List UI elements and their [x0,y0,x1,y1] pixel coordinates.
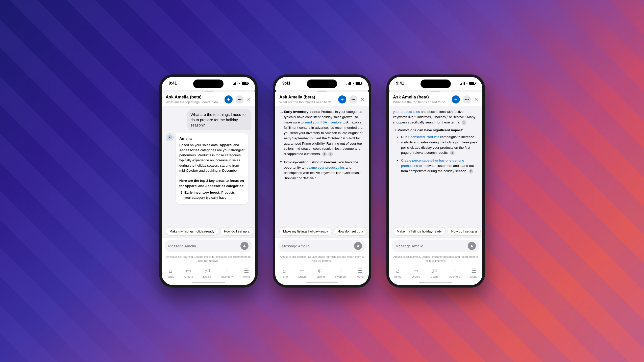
more-button-3[interactable]: ••• [463,95,471,104]
nav-home-label-1: Home [167,275,174,278]
amelia-response-1: + Amelia Based on your sales data, Appar… [166,133,251,204]
header-subtitle-3: What are the top things I need to do... [393,100,448,104]
dynamic-island-2 [307,80,337,88]
battery-icon-1 [242,82,248,85]
dynamic-island-1 [193,80,224,88]
dynamic-island-3 [420,80,451,88]
amelia-text-1: Based on your sales data, Apparel and Ac… [179,143,245,200]
wifi-icon-3: ▾ [466,82,468,85]
nav-orders-1[interactable]: ▭ Orders [184,268,193,278]
nav-inventory-3[interactable]: ≡ Inventory [449,268,460,278]
nav-orders-2[interactable]: ▭ Orders [298,268,307,278]
quick-reply-setup-1[interactable]: How do I set up a [220,227,253,236]
citation-1-p2: 1 [322,152,327,157]
phone-2: 9:41 ▾ Ask Amelia (beta) W [273,74,371,288]
revamp-titles-link[interactable]: revamp your product titles [306,166,345,169]
product-titles-link-3[interactable]: your product titles [393,110,420,114]
chat-area-1: What are the top things I need to do to … [162,106,255,225]
header-subtitle-2: What are the top things I need to do... [279,100,334,104]
nav-inventory-2[interactable]: ≡ Inventory [335,268,346,278]
nav-inventory-1[interactable]: ≡ Inventory [221,268,233,278]
nav-orders-label-2: Orders [298,275,307,278]
message-input-3[interactable] [395,244,466,248]
inventory-icon-3: ≡ [453,268,456,274]
message-input-area-1 [162,238,255,254]
quick-reply-holiday-2[interactable]: Make my listings holiday-ready [279,227,332,236]
inventory-icon-1: ≡ [226,268,229,274]
fba-inventory-link[interactable]: send your FBA inventory [305,120,342,124]
quick-reply-holiday-1[interactable]: Make my listings holiday-ready [166,227,218,236]
app-header-1: Ask Amelia (beta) What are the top thing… [162,92,255,106]
more-button-2[interactable]: ••• [349,95,357,104]
disclaimer-3: Amelia is still learning. Double-check f… [389,254,482,265]
close-button-1[interactable]: ✕ [247,96,251,102]
app-header-2: Ask Amelia (beta) What are the top thing… [275,92,369,106]
status-bar-1: 9:41 ▾ [162,77,255,90]
header-title-2: Ask Amelia (beta) [279,95,334,100]
nav-orders-3[interactable]: ▭ Orders [412,268,420,278]
phone-3: 9:41 ▾ Ask Amelia (beta) W [386,74,485,288]
listing-icon-1: 🏷 [204,268,210,274]
status-icons-3: ▾ [460,82,475,85]
home-indicator-1 [192,282,225,283]
nav-listing-label-1: Listing [203,275,211,278]
add-button-1[interactable]: + [225,95,233,104]
nav-listing-3[interactable]: 🏷 Listing [430,268,438,278]
nav-listing-label-2: Listing [317,275,325,278]
promotions-link[interactable]: Create percentage-off or buy-one-get-one… [401,159,464,168]
send-button-3[interactable] [468,242,476,250]
quick-reply-holiday-3[interactable]: Make my listings holiday-ready [393,227,445,236]
nav-menu-3[interactable]: ☰ Menu [470,268,477,278]
status-time-3: 9:41 [396,81,404,86]
battery-icon-2 [356,82,362,85]
nav-listing-1[interactable]: 🏷 Listing [203,268,211,278]
svg-text:+: + [169,136,170,139]
chat-area-3: your product titles and descriptions wit… [389,106,482,225]
nav-listing-label-3: Listing [430,275,438,278]
header-title-1: Ask Amelia (beta) [166,95,221,100]
citation-2-p3a: 2 [450,151,455,155]
close-button-2[interactable]: ✕ [360,96,365,102]
status-time-1: 9:41 [169,81,177,86]
listing-icon-2: 🏷 [318,268,324,274]
message-input-1[interactable] [168,244,238,248]
wifi-icon-2: ▾ [353,82,354,85]
nav-home-1[interactable]: ⌂ Home [167,268,174,278]
citation-2-p2: 2 [328,152,333,157]
send-button-1[interactable] [240,242,249,250]
amelia-bubble-1: Amelia Based on your sales data, Apparel… [176,133,248,204]
nav-listing-2[interactable]: 🏷 Listing [317,268,325,278]
close-button-3[interactable]: ✕ [474,96,478,102]
wifi-icon-1: ▾ [239,82,240,85]
add-button-3[interactable]: + [452,95,460,104]
nav-home-label-2: Home [280,275,288,278]
nav-orders-label-1: Orders [184,275,193,278]
menu-icon-2: ☰ [358,268,363,274]
signal-icon-1 [233,82,237,85]
more-button-1[interactable]: ••• [236,95,244,104]
status-icons-2: ▾ [346,82,362,85]
quick-reply-setup-2[interactable]: How do I set up a [334,227,367,236]
orders-icon-3: ▭ [413,268,418,274]
battery-icon-3 [469,82,475,85]
nav-home-2[interactable]: ⌂ Home [280,268,288,278]
disclaimer-1: Amelia is still learning. Double-check f… [162,254,255,265]
user-message-1: What are the top things I need to do to … [187,109,251,130]
quick-replies-3: Make my listings holiday-ready How do I … [389,225,482,238]
add-button-2[interactable]: + [338,95,346,104]
nav-menu-1[interactable]: ☰ Menu [243,268,250,278]
nav-menu-2[interactable]: ☰ Menu [357,268,364,278]
message-input-2[interactable] [282,244,352,248]
nav-home-3[interactable]: ⌂ Home [394,268,401,278]
header-title-3: Ask Amelia (beta) [393,95,448,100]
quick-reply-setup-3[interactable]: How do I set up a [448,227,481,236]
amelia-avatar-1: + [166,133,174,141]
amelia-content-2: Early inventory boost: Products in your … [279,109,365,181]
send-button-2[interactable] [354,242,362,250]
status-time-2: 9:41 [282,81,290,86]
message-input-area-3 [389,238,482,254]
nav-home-label-3: Home [394,275,401,278]
sponsored-products-link[interactable]: Sponsored Products [408,135,439,139]
home-indicator-3 [419,282,452,283]
menu-icon-3: ☰ [471,268,476,274]
